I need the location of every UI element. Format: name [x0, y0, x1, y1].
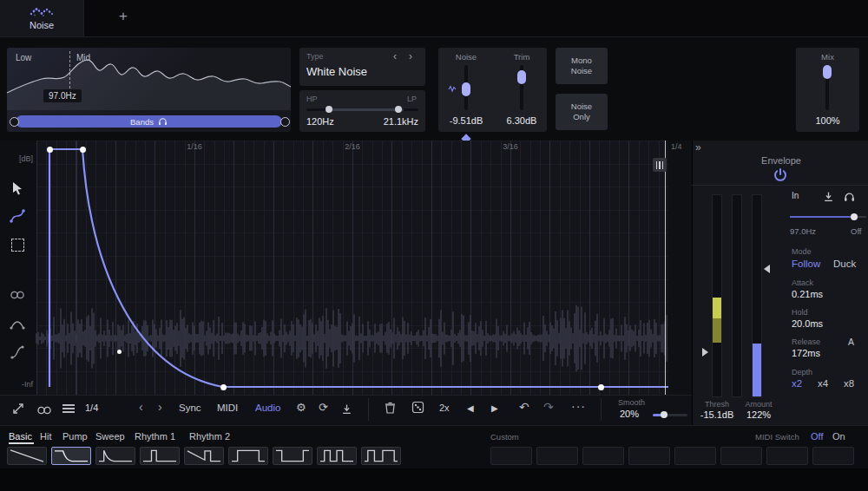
custom-slot[interactable] — [720, 447, 762, 465]
listen-button[interactable] — [844, 190, 855, 206]
category-rhythm2[interactable]: Rhythm 2 — [189, 431, 230, 442]
hp-handle[interactable] — [326, 106, 332, 113]
loop-icon[interactable]: ⟳ — [319, 401, 328, 414]
preset-shape-button[interactable] — [140, 447, 180, 465]
speed-button[interactable]: 2x — [439, 403, 450, 413]
mix-value[interactable]: 100% — [796, 115, 859, 126]
custom-slot[interactable] — [536, 447, 578, 465]
grid-value[interactable]: 1/4 — [85, 403, 98, 413]
bands-range-bar[interactable]: Bands — [16, 115, 282, 128]
threshold-marker[interactable] — [702, 348, 708, 357]
category-pump[interactable]: Pump — [62, 431, 88, 442]
preset-shape-button[interactable] — [317, 447, 357, 465]
bands-right-handle[interactable] — [280, 117, 290, 127]
custom-slot[interactable] — [766, 447, 808, 465]
amount-marker[interactable] — [764, 265, 770, 273]
mode-duck-button[interactable]: Duck — [833, 259, 856, 269]
depth-x2-button[interactable]: x2 — [792, 378, 802, 389]
marquee-tool-button[interactable] — [7, 234, 28, 255]
audio-button[interactable]: Audio — [255, 403, 280, 413]
smooth-slider[interactable] — [653, 414, 687, 416]
sidechain-filter-handle[interactable] — [851, 213, 858, 220]
preset-shape-button[interactable] — [273, 447, 312, 465]
smooth-handle[interactable] — [661, 411, 667, 418]
amount-value[interactable]: 122% — [740, 409, 778, 420]
tab-noise[interactable]: Noise — [0, 0, 84, 36]
add-tab-button[interactable]: + — [113, 8, 134, 25]
category-basic[interactable]: Basic — [9, 431, 32, 442]
envelope-point[interactable] — [47, 147, 53, 153]
preset-shape-button-selected[interactable] — [51, 447, 91, 465]
type-next-button[interactable]: › — [409, 50, 412, 62]
band-split-line[interactable] — [69, 51, 70, 93]
undo-button[interactable]: ↶ — [519, 400, 529, 414]
preset-shape-button[interactable] — [184, 447, 224, 465]
depth-x4-button[interactable]: x4 — [818, 378, 828, 389]
noise-gain-value[interactable]: -9.51dB — [440, 115, 492, 126]
preset-shape-button[interactable] — [7, 447, 47, 465]
trim-value[interactable]: 6.30dB — [496, 115, 548, 126]
preset-shape-button[interactable] — [228, 447, 268, 465]
sidechain-level-meter[interactable] — [712, 194, 722, 397]
type-value[interactable]: White Noise — [306, 65, 367, 78]
release-auto-button[interactable]: A — [848, 337, 854, 347]
mono-noise-button[interactable]: Mono Noise — [556, 48, 608, 84]
envelope-point[interactable] — [220, 384, 227, 390]
envelope-point[interactable] — [598, 384, 604, 390]
route-audio-button[interactable] — [341, 403, 352, 418]
lp-handle[interactable] — [395, 106, 402, 113]
midi-button[interactable]: MIDI — [217, 403, 238, 413]
noise-only-button[interactable]: Noise Only — [556, 94, 608, 130]
delete-button[interactable] — [384, 401, 397, 418]
envelope-point[interactable] — [80, 147, 86, 153]
randomize-button[interactable] — [411, 401, 424, 417]
custom-slot[interactable] — [674, 447, 716, 465]
bands-left-handle[interactable] — [10, 117, 19, 127]
sync-button[interactable]: Sync — [179, 403, 201, 413]
noise-gain-thumb[interactable] — [462, 82, 470, 96]
settings-gear-icon[interactable]: ⚙ — [296, 401, 306, 414]
midi-switch-off-button[interactable]: Off — [811, 431, 823, 442]
envelope-power-button[interactable] — [772, 167, 789, 184]
depth-x8-button[interactable]: x8 — [844, 378, 854, 389]
lp-value[interactable]: 21.1kHz — [372, 116, 418, 127]
expand-button[interactable] — [10, 401, 26, 420]
redo-button[interactable]: ↷ — [543, 400, 554, 414]
attack-value[interactable]: 0.21ms — [792, 289, 823, 299]
category-hit[interactable]: Hit — [40, 431, 51, 442]
prev-preset-button[interactable]: ‹ — [139, 400, 143, 414]
cursor-tool-button[interactable] — [7, 177, 28, 198]
curve-tool-button[interactable] — [7, 206, 28, 226]
midi-switch-on-button[interactable]: On — [832, 431, 845, 442]
route-button[interactable] — [823, 190, 834, 206]
grip-button[interactable] — [653, 158, 667, 172]
hold-value[interactable]: 20.0ms — [792, 318, 823, 329]
s-curve-tool-button[interactable] — [7, 342, 28, 363]
step-back-button[interactable]: ◀ — [467, 403, 474, 413]
link-shapes-button[interactable] — [36, 403, 52, 419]
preset-shape-button[interactable] — [95, 447, 135, 465]
mix-thumb[interactable] — [823, 65, 832, 79]
custom-slot[interactable] — [490, 447, 532, 465]
sidechain-filter-off[interactable]: Off — [851, 226, 862, 236]
envelope-editor[interactable]: 1/16 2/16 3/16 — [36, 141, 668, 395]
collapse-panel-button[interactable]: » — [695, 141, 701, 154]
hp-value[interactable]: 120Hz — [306, 116, 334, 127]
custom-slot[interactable] — [812, 447, 854, 465]
snap-button[interactable] — [62, 403, 76, 415]
play-button[interactable]: ▶ — [491, 403, 498, 413]
category-sweep[interactable]: Sweep — [95, 431, 125, 442]
preset-shape-button[interactable] — [361, 447, 401, 465]
mode-follow-button[interactable]: Follow — [792, 259, 820, 269]
next-preset-button[interactable]: › — [158, 400, 162, 414]
custom-slot[interactable] — [582, 447, 624, 465]
type-prev-button[interactable]: ‹ — [393, 50, 397, 62]
spectrum-panel[interactable]: Low Mid 97.0Hz Bands — [7, 48, 291, 132]
curve-tension-handle[interactable] — [117, 350, 122, 354]
playhead[interactable] — [665, 141, 666, 395]
custom-slot[interactable] — [628, 447, 670, 465]
more-button[interactable]: ··· — [571, 399, 586, 413]
category-rhythm1[interactable]: Rhythm 1 — [135, 431, 175, 442]
arc-tool-button[interactable] — [7, 313, 28, 334]
release-value[interactable]: 172ms — [792, 348, 820, 358]
